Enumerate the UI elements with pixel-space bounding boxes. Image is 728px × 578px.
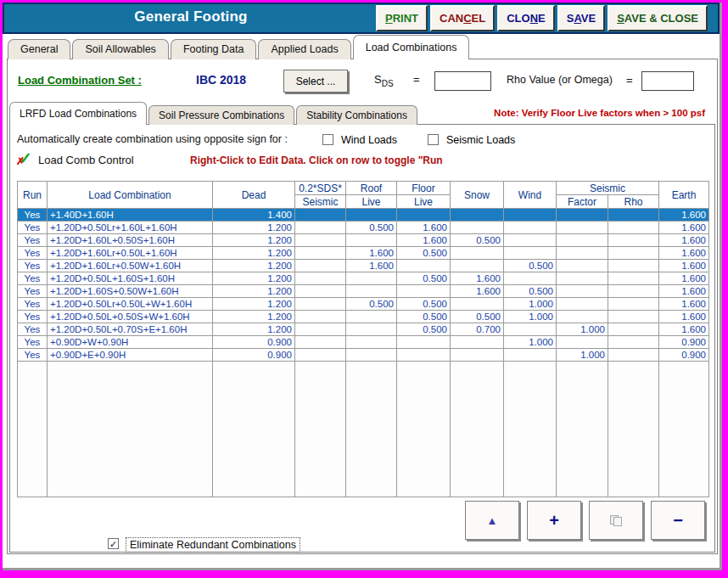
cell-earth: 0.900 [659,349,709,362]
cell-floor-live: 1.600 [397,222,451,234]
cell-combo: +1.40D+1.60H [48,209,213,222]
cell-combo: +0.90D+E+0.90H [48,349,213,362]
tab-applied-loads[interactable]: Applied Loads [258,39,350,59]
cell-floor-live: 0.500 [397,311,451,323]
cell-earth: 0.900 [659,336,709,349]
lrfd-combinations-panel: Automatically create combination using o… [9,124,715,553]
delete-row-button[interactable]: − [651,501,705,540]
cell-seismic-rho [608,349,659,362]
table-row[interactable]: Yes+1.20D+0.50L+0.70S+E+1.60H1.2000.5000… [18,323,709,336]
cell-roof-live [346,209,397,222]
tab-soil-allowables[interactable]: Soil Allowables [72,39,168,59]
table-row[interactable]: Yes+0.90D+W+0.90H0.9001.0000.900 [18,336,709,349]
cell-snow [451,247,504,260]
load-combination-set-value: IBC 2018 [196,73,246,87]
seismic-loads-label[interactable]: Seismic Loads [446,134,515,146]
clone-button[interactable]: CLONE [497,5,555,31]
cell-combo: +1.20D+0.50Lr+0.50L+W+1.60H [48,298,213,311]
cell-sds-seismic [295,222,346,234]
cell-floor-live [397,285,451,298]
table-row[interactable]: Yes+1.20D+0.50Lr+1.60L+1.60H1.2000.5001.… [18,222,709,234]
table-row[interactable]: Yes+1.20D+0.50Lr+0.50L+W+1.60H1.2000.500… [18,298,709,311]
cell-earth: 1.600 [659,209,709,222]
empty-cell [659,362,709,497]
cell-seismic-factor [557,311,608,323]
tab-load-combinations[interactable]: Load Combinations [353,35,470,59]
header-seismic-rho: Rho [608,195,659,209]
move-up-button[interactable]: ▲ [465,501,519,540]
table-row[interactable]: Yes+1.20D+0.50L+0.50S+W+1.60H1.2000.5000… [18,311,709,323]
table-row[interactable]: Yes+1.20D+1.60Lr+0.50L+1.60H1.2001.6000.… [18,247,709,260]
table-row[interactable]: Yes+1.20D+1.60L+0.50S+1.60H1.2001.6000.5… [18,234,709,247]
eliminate-redundant-checkbox[interactable]: ✓ [108,538,119,549]
eliminate-redundant-label[interactable]: Eliminate Redundant Combinations [126,537,300,553]
cell-roof-live [346,272,397,285]
cancel-button[interactable]: CANCEL [430,5,495,31]
save-and-close-button[interactable]: SAVE & CLOSE [608,5,708,31]
cell-earth: 1.600 [659,234,709,247]
wind-loads-label[interactable]: Wind Loads [341,134,397,146]
cell-snow [451,336,504,349]
cell-sds-seismic [295,234,346,247]
cell-snow: 0.500 [451,234,504,247]
save-button[interactable]: SAVE [557,5,605,31]
tab-footing-data[interactable]: Footing Data [171,39,257,59]
cell-sds-seismic [295,285,346,298]
table-header: Run Load Combination Dead 0.2*SDS* Roof … [18,182,709,209]
cell-dead: 1.200 [213,260,295,272]
print-button[interactable]: PRINT [376,5,428,31]
cell-floor-live: 0.500 [397,298,451,311]
cell-seismic-factor: 1.000 [557,349,608,362]
table-row[interactable]: Yes+1.20D+0.50L+1.60S+1.60H1.2000.5001.6… [18,272,709,285]
empty-cell [608,362,659,497]
cell-dead: 1.200 [213,272,295,285]
cell-sds-seismic [295,298,346,311]
table-row[interactable]: Yes+1.40D+1.60H1.4001.600 [18,209,709,222]
cell-earth: 1.600 [659,311,709,323]
empty-cell [451,362,504,497]
cell-roof-live: 0.500 [346,298,397,311]
cell-seismic-factor [557,222,608,234]
cell-dead: 1.200 [213,247,295,260]
cell-earth: 1.600 [659,285,709,298]
cell-run: Yes [18,285,48,298]
header-wind: Wind [504,182,557,209]
cell-earth: 1.600 [659,222,709,234]
header-sds-bottom: Seismic [295,195,346,209]
table-row[interactable]: Yes+1.20D+1.60Lr+0.50W+1.60H1.2001.6000.… [18,260,709,272]
subtab-soil-pressure-combinations[interactable]: Soil Pressure Combinations [148,105,294,125]
cell-snow [451,209,504,222]
select-set-button[interactable]: Select ... [283,70,348,93]
subtab-stability-combinations[interactable]: Stability Combinations [296,105,417,125]
cell-run: Yes [18,272,48,285]
cell-seismic-rho [608,336,659,349]
clone-label-post: E [538,12,546,25]
add-row-button[interactable]: + [527,501,581,540]
sds-input[interactable] [434,71,491,91]
load-comb-control-label: Load Comb Control [38,154,134,166]
empty-cell [557,362,608,497]
wind-loads-checkbox[interactable] [322,134,333,145]
cell-combo: +1.20D+1.60Lr+0.50W+1.60H [48,260,213,272]
cell-combo: +1.20D+1.60S+0.50W+1.60H [48,285,213,298]
save-close-label-key: S [617,12,624,25]
cell-snow [451,349,504,362]
sds-label-main: S [374,73,382,86]
cell-run: Yes [18,323,48,336]
copy-row-button[interactable] [589,501,643,540]
subtab-lrfd-load-combinations[interactable]: LRFD Load Combinations [9,102,147,125]
cell-roof-live: 1.600 [346,260,397,272]
sds-label-sub: DS [382,79,394,88]
table-row[interactable]: Yes+1.20D+1.60S+0.50W+1.60H1.2001.6000.5… [18,285,709,298]
cell-sds-seismic [295,209,346,222]
cell-run: Yes [18,311,48,323]
header-run: Run [18,182,48,209]
cell-snow: 1.600 [451,285,504,298]
cell-wind [504,247,557,260]
save-label-key: A [574,12,580,25]
rho-input[interactable] [641,71,694,91]
tab-general[interactable]: General [8,39,70,59]
seismic-loads-checkbox[interactable] [428,134,439,145]
cell-run: Yes [18,298,48,311]
table-row[interactable]: Yes+0.90D+E+0.90H0.9001.0000.900 [18,349,709,362]
